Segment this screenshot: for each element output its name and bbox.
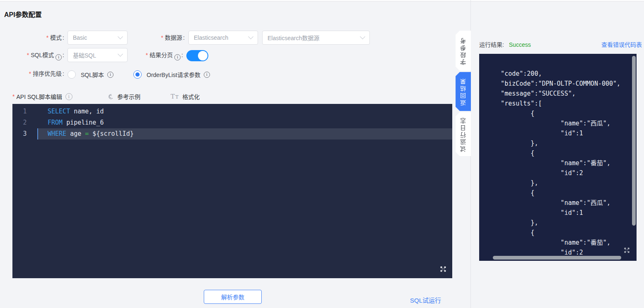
info-icon[interactable]: i — [55, 54, 62, 60]
result-expand-icon[interactable] — [624, 247, 630, 255]
radio-orderbylist-label: OrderByList请求参数 — [147, 70, 200, 79]
required-asterisk: * — [29, 70, 31, 77]
sort-priority-group: SQL脚本 i OrderByList请求参数 i — [68, 70, 210, 79]
pagination-label: *结果分页 i: — [137, 48, 183, 62]
json-output: "code":200, "bizCode":"DPN-OLTP-COMMON-0… — [486, 69, 620, 257]
info-icon[interactable]: i — [107, 72, 113, 78]
required-asterisk: * — [46, 34, 48, 41]
editor-title: API SQL脚本编辑 — [16, 92, 62, 101]
radio-orderbylist[interactable] — [133, 70, 142, 79]
required-asterisk: * — [12, 93, 14, 100]
sort-priority-label: *排序优先级: — [0, 67, 64, 82]
top-divider — [0, 0, 644, 2]
tab-test-run-log[interactable]: 试运行日志 — [456, 112, 471, 156]
tab-return-result[interactable]: 返回结果 — [456, 72, 471, 111]
datasource-type-value: Elasticsearch — [194, 34, 228, 41]
sql-mode-select[interactable]: 基础SQL — [68, 48, 128, 62]
info-icon[interactable]: i — [65, 93, 72, 100]
sql-code-editor[interactable]: 1SELECT name, id2FROM pipeline_63WHERE a… — [12, 104, 452, 278]
code-line[interactable]: 2FROM pipeline_6 — [12, 117, 452, 128]
sql-test-run-link[interactable]: SQL试运行 — [410, 296, 441, 304]
datasource-label: *数据源: — [141, 31, 185, 45]
horizontal-scrollbar-thumb[interactable] — [493, 256, 621, 260]
tab-field-reference[interactable]: 字段参考 — [456, 31, 471, 71]
code-text: FROM pipeline_6 — [37, 117, 452, 128]
datasource-instance-value: Elasticsearch数据源 — [268, 34, 319, 42]
run-result-label: 运行结果: — [479, 41, 504, 48]
parse-params-button[interactable]: 解析参数 — [204, 290, 262, 304]
editor-lines: 1SELECT name, id2FROM pipeline_63WHERE a… — [12, 104, 452, 140]
format-text-icon: Tᴛ — [171, 93, 179, 100]
mode-select-value: Basic — [73, 34, 87, 41]
pagination-toggle[interactable] — [186, 50, 208, 61]
chevron-down-icon — [118, 34, 123, 39]
run-result-status: Success — [509, 41, 531, 48]
api-config-page: API参数配置 *模式: Basic *数据源: Elasticsearch E… — [0, 0, 644, 308]
toggle-knob — [198, 51, 207, 60]
line-number: 2 — [12, 117, 37, 128]
chevron-down-icon — [360, 34, 365, 39]
datasource-instance-select[interactable]: Elasticsearch数据源 — [262, 31, 370, 45]
sql-mode-label: *SQL模式 i: — [0, 48, 64, 62]
info-icon[interactable]: i — [174, 54, 181, 60]
mode-select[interactable]: Basic — [68, 31, 128, 45]
code-text: SELECT name, id — [37, 106, 452, 117]
required-asterisk: * — [146, 52, 148, 58]
format-button[interactable]: Tᴛ 格式化 — [171, 92, 200, 101]
page-title: API参数配置 — [4, 9, 42, 19]
reference-example-button[interactable]: 参考示例 — [107, 92, 140, 101]
vertical-scrollbar-thumb[interactable] — [632, 56, 636, 226]
editor-title-group: * API SQL脚本编辑 i — [12, 92, 72, 101]
format-label: 格式化 — [182, 92, 200, 101]
paperclip-icon — [107, 93, 114, 100]
line-number: 3 — [12, 128, 37, 140]
radio-sql-script-label: SQL脚本 — [81, 70, 104, 79]
editor-expand-icon[interactable] — [440, 266, 446, 274]
code-line[interactable]: 1SELECT name, id — [12, 106, 452, 117]
radio-sql-script[interactable] — [68, 70, 76, 79]
run-result-header: 运行结果: Success 查看错误代码表 — [479, 40, 642, 48]
code-text: WHERE age = ${scrollId} — [37, 128, 452, 140]
reference-example-label: 参考示例 — [117, 92, 140, 101]
required-asterisk: * — [27, 52, 29, 58]
line-number: 1 — [12, 106, 37, 117]
chevron-down-icon — [248, 34, 253, 39]
required-asterisk: * — [161, 34, 163, 41]
code-line[interactable]: 3WHERE age = ${scrollId} — [12, 128, 452, 140]
error-code-table-link[interactable]: 查看错误代码表 — [601, 40, 642, 48]
info-icon[interactable]: i — [204, 72, 210, 78]
json-result-panel[interactable]: "code":200, "bizCode":"DPN-OLTP-COMMON-0… — [479, 54, 637, 261]
datasource-type-select[interactable]: Elasticsearch — [188, 31, 258, 45]
chevron-down-icon — [118, 51, 123, 57]
sql-mode-value: 基础SQL — [73, 51, 96, 59]
mode-label: *模式: — [0, 31, 64, 45]
